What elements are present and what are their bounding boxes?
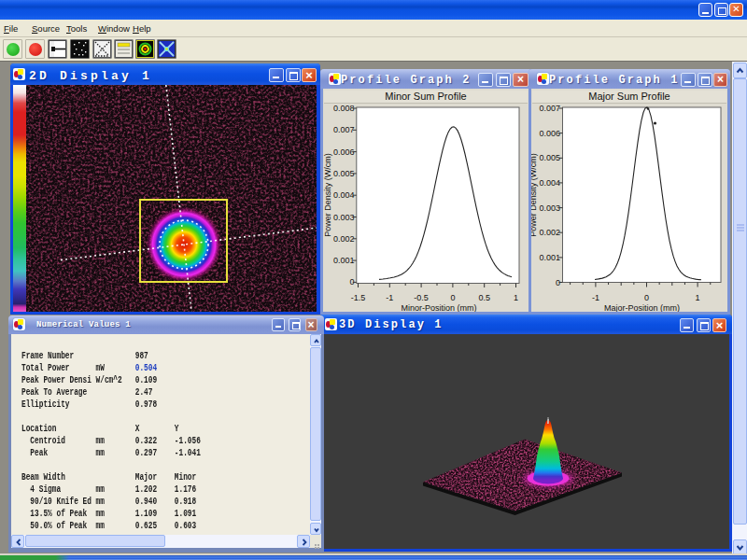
svg-text:0.004: 0.004 [539, 178, 560, 188]
svg-text:0.005: 0.005 [539, 153, 560, 162]
svg-text:Power Density (W/cm): Power Density (W/cm) [323, 153, 332, 237]
svg-text:0.004: 0.004 [333, 190, 355, 200]
svg-text:Power Density (W/cm): Power Density (W/cm) [531, 153, 538, 237]
svg-text:0.002: 0.002 [539, 228, 560, 237]
svg-text:0.006: 0.006 [333, 147, 355, 157]
svg-text:1: 1 [696, 293, 700, 302]
svg-text:-1: -1 [386, 293, 393, 302]
svg-text:0.007: 0.007 [333, 125, 355, 134]
svg-text:1: 1 [514, 293, 518, 302]
svg-text:-1.5: -1.5 [351, 293, 366, 302]
svg-text:0.002: 0.002 [333, 234, 355, 244]
svg-text:Major-Position (mm): Major-Position (mm) [604, 303, 680, 313]
svg-text:0: 0 [644, 293, 649, 302]
svg-text:0.008: 0.008 [333, 104, 355, 113]
svg-text:0.003: 0.003 [539, 203, 560, 213]
svg-text:0.5: 0.5 [478, 293, 490, 302]
svg-text:0.003: 0.003 [333, 213, 355, 222]
svg-text:Minor-Position (mm): Minor-Position (mm) [401, 303, 476, 313]
svg-text:0: 0 [450, 293, 455, 302]
svg-text:-0.5: -0.5 [414, 293, 429, 302]
svg-text:0.001: 0.001 [333, 256, 355, 265]
svg-text:0.007: 0.007 [539, 104, 560, 113]
svg-text:0.006: 0.006 [539, 129, 560, 138]
svg-text:0.001: 0.001 [539, 253, 560, 262]
svg-text:-1: -1 [592, 293, 599, 302]
svg-text:0.005: 0.005 [333, 169, 355, 178]
